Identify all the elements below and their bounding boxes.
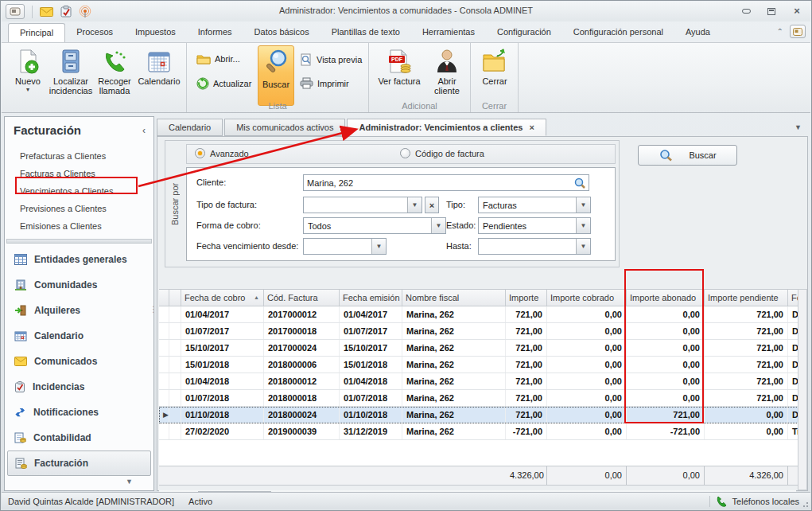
chevron-down-icon[interactable]: ▼ <box>431 218 445 233</box>
chevron-down-icon[interactable]: ▼ <box>371 239 386 254</box>
table-row[interactable]: 15/01/2018201800000615/01/2018Marina, 26… <box>159 357 800 373</box>
sidebar-splitter[interactable] <box>6 239 152 244</box>
collapse-ribbon-icon[interactable]: ⌃ <box>777 27 783 36</box>
tipo-factura-combo[interactable]: ▼ <box>303 197 422 213</box>
total-ind <box>159 466 169 485</box>
column-header-importe_abonado[interactable]: Importe abonado <box>627 290 705 306</box>
cell-importe_abonado: 0,00 <box>627 340 705 356</box>
cell-ind <box>159 323 169 339</box>
content-area: CalendarioMis comunicados activosAdminis… <box>157 119 808 491</box>
column-header-importe_pendiente[interactable]: Importe pendiente <box>705 290 788 306</box>
radio-codigo-factura[interactable]: Código de factura <box>400 148 484 158</box>
menu-tab-configuracion[interactable]: Configuración <box>486 23 562 42</box>
chevron-down-icon[interactable]: ▼ <box>576 197 590 213</box>
column-header-cod_factura[interactable]: Cód. Factura <box>264 290 340 306</box>
window-title: Administrador: Vencimientos a comunidade… <box>2 6 810 15</box>
clear-filter-icon[interactable]: × <box>425 197 439 213</box>
column-header-importe[interactable]: Importe <box>506 290 547 306</box>
divider <box>709 496 710 507</box>
lookup-icon[interactable] <box>573 177 586 189</box>
abrir-button[interactable]: Abrir... <box>196 53 240 64</box>
menu-tab-configuracion-personal[interactable]: Configuración personal <box>562 23 674 42</box>
calendario-button[interactable]: Calendario <box>136 46 182 103</box>
doc-tab-administrador-vencimientos-a-clientes[interactable]: Administrador: Vencimientos a clientes× <box>347 119 546 136</box>
doc-tab-calendario[interactable]: Calendario <box>157 119 223 136</box>
buscar-button[interactable]: Buscar <box>638 145 737 166</box>
cell-ind <box>159 373 169 389</box>
doc-tab-mis-comunicados-activos[interactable]: Mis comunicados activos <box>224 119 345 136</box>
chevron-down-icon[interactable]: ▼ <box>576 239 590 254</box>
cell-cod_factura: 2017000024 <box>264 340 340 356</box>
table-row[interactable]: 27/02/2020201900003931/12/2019Marina, 26… <box>159 423 800 440</box>
cell-cod_factura: 2019000039 <box>264 423 340 439</box>
sidebar-module-alquileres[interactable]: Alquileres <box>5 298 153 323</box>
menu-tab-principal[interactable]: Principal <box>8 23 65 42</box>
cell-c2 <box>169 390 181 406</box>
resize-grip[interactable] <box>799 498 809 508</box>
cliente-label: Cliente: <box>196 177 226 187</box>
menu-tab-datos-basicos[interactable]: Datos básicos <box>243 23 321 42</box>
recoger-llamada-button[interactable]: Recoger llamada <box>95 46 134 103</box>
table-row[interactable]: 01/07/2017201700001801/07/2017Marina, 26… <box>159 323 800 340</box>
sidebar-link-previsiones-a-clientes[interactable]: Previsiones a Clientes <box>5 200 153 217</box>
actualizar-button[interactable]: Actualizar <box>196 77 251 90</box>
close-tab-icon[interactable]: × <box>530 123 534 132</box>
chevron-down-icon[interactable]: ▼ <box>576 218 590 233</box>
sidebar-module-notificaciones[interactable]: Notificaciones <box>5 400 153 425</box>
collapse-sidebar-icon[interactable]: ‹ <box>142 125 146 136</box>
radio-avanzado[interactable]: Avanzado <box>195 148 249 158</box>
cell-cod_factura: 2018000006 <box>264 357 340 373</box>
vista-previa-button[interactable]: Vista previa <box>300 53 362 66</box>
menu-tab-impuestos[interactable]: Impuestos <box>124 23 187 42</box>
cliente-input[interactable]: Marina, 262 <box>303 174 589 191</box>
menu-tab-informes[interactable]: Informes <box>187 23 243 42</box>
ver-factura-button[interactable]: PDF Ver factura <box>374 46 425 103</box>
help-window-icon[interactable] <box>790 25 806 38</box>
fecha-desde-combo[interactable]: ▼ <box>303 238 387 255</box>
table-row[interactable]: ▶01/10/2018201800002401/10/2018Marina, 2… <box>159 407 800 423</box>
sidebar-more-icon[interactable]: ▼ <box>126 478 133 486</box>
nuevo-button[interactable]: Nuevo ▾ <box>10 46 46 103</box>
close-button[interactable]: × <box>788 5 806 18</box>
column-header-fecha_cobro[interactable]: Fecha de cobro▲ <box>181 290 264 306</box>
localizar-incidencias-button[interactable]: Localizar incidencias <box>48 46 94 103</box>
sidebar-module-facturacion[interactable]: Facturación <box>7 451 151 476</box>
phones-label[interactable]: Teléfonos locales <box>732 497 799 506</box>
sidebar-module-incidencias[interactable]: Incidencias <box>5 374 153 400</box>
sidebar-module-entidades-generales[interactable]: Entidades generales <box>5 247 153 272</box>
sidebar-link-emisiones-a-clientes[interactable]: Emisiones a Clientes <box>5 217 153 235</box>
cerrar-button[interactable]: Cerrar <box>476 46 513 103</box>
sidebar-link-facturas-a-clientes[interactable]: Facturas a Clientes <box>5 165 153 182</box>
ribbon-group-cerrar: Cerrar Cerrar <box>471 43 519 112</box>
cell-fecha_emision: 01/07/2018 <box>340 390 402 406</box>
menu-tab-procesos[interactable]: Procesos <box>65 23 124 42</box>
table-row[interactable]: 01/07/2018201800001801/07/2018Marina, 26… <box>159 390 800 407</box>
imprimir-button[interactable]: Imprimir <box>300 77 349 89</box>
estado-combo[interactable]: Pendientes ▼ <box>478 217 591 234</box>
sidebar-module-calendario[interactable]: Calendario <box>5 323 153 349</box>
tipo-combo[interactable]: Facturas ▼ <box>478 197 591 213</box>
buscar-ribbon-button[interactable]: Buscar <box>258 45 294 106</box>
sidebar-module-comunidades[interactable]: Comunidades <box>5 272 153 298</box>
restore-button[interactable] <box>763 5 780 18</box>
column-header-nombre_fiscal[interactable]: Nombre fiscal <box>402 290 506 306</box>
column-header-fecha_emision[interactable]: Fecha emisión <box>340 290 402 306</box>
minimize-button[interactable] <box>737 5 755 18</box>
tab-list-dropdown-icon[interactable]: ▼ <box>795 123 802 131</box>
abrir-cliente-button[interactable]: Abrir cliente <box>428 46 466 103</box>
hasta-combo[interactable]: ▼ <box>478 238 591 255</box>
sidebar-link-vencimientos-a-clientes[interactable]: Vencimientos a Clientes <box>5 182 153 200</box>
table-row[interactable]: 01/04/2017201700001201/04/2017Marina, 26… <box>159 306 800 323</box>
sidebar-module-contabilidad[interactable]: Contabilidad <box>5 425 153 451</box>
sidebar-link-prefacturas-a-clientes[interactable]: Prefacturas a Clientes <box>5 147 153 165</box>
column-header-importe_cobrado[interactable]: Importe cobrado <box>547 290 627 306</box>
vertical-scrollbar[interactable] <box>798 289 807 490</box>
sidebar-module-comunicados[interactable]: Comunicados <box>5 349 153 374</box>
forma-cobro-combo[interactable]: Todos ▼ <box>303 217 446 234</box>
menu-tab-ayuda[interactable]: Ayuda <box>674 23 721 42</box>
table-row[interactable]: 15/10/2017201700002415/10/2017Marina, 26… <box>159 340 800 357</box>
table-row[interactable]: 01/04/2018201800001201/04/2018Marina, 26… <box>159 373 800 390</box>
menu-tab-plantillas-de-texto[interactable]: Plantillas de texto <box>321 23 411 42</box>
chevron-down-icon[interactable]: ▼ <box>407 197 422 213</box>
menu-tab-herramientas[interactable]: Herramientas <box>411 23 486 42</box>
